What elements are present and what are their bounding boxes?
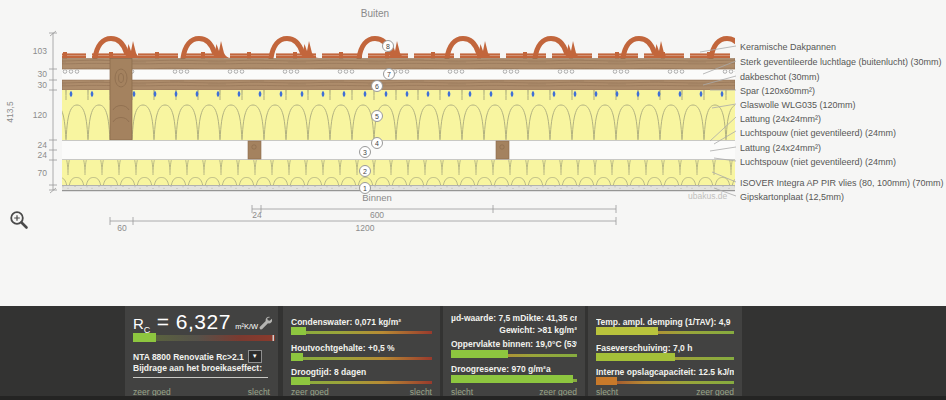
droogtijd-bar: [291, 377, 432, 385]
bottom-dim-labels: 24 600 60 1200: [117, 210, 384, 233]
condenswater-bar: [291, 327, 432, 335]
svg-text:1200: 1200: [356, 223, 375, 233]
layer-label-luchtspouw-1[interactable]: Luchtspouw (niet geventileerd) (24mm): [740, 128, 896, 138]
layer-label-dakbeschot[interactable]: dakbeschot (30mm): [740, 72, 820, 82]
svg-text:120: 120: [33, 110, 47, 120]
layer-marker-8[interactable]: 8: [383, 41, 394, 52]
spar-rafter: [110, 59, 132, 141]
svg-text:2: 2: [363, 168, 367, 175]
bottom-edge-bar: [0, 396, 946, 400]
rc-unit: m²K/W: [235, 322, 258, 331]
norm-preset-dropdown[interactable]: ▼: [248, 350, 262, 363]
layer-marker-7[interactable]: 7: [384, 69, 395, 80]
rc-scale-bar: [133, 333, 275, 342]
layer-marker-6[interactable]: 6: [372, 81, 383, 92]
opslagcapaciteit-label: Interne opslagcapaciteit: 12.5 kJ/m²K: [596, 367, 734, 377]
svg-text:24: 24: [38, 150, 48, 160]
svg-text:60: 60: [117, 223, 127, 233]
oppervlakte-label: Oppervlakte binnen: 19,0°C (53%): [451, 339, 577, 349]
opslagcapaciteit-bar: [596, 377, 734, 385]
svg-text:103: 103: [33, 46, 47, 56]
outside-label: Buiten: [361, 8, 389, 19]
svg-text:7: 7: [387, 71, 391, 78]
layer-marker-5[interactable]: 5: [372, 111, 383, 122]
layer-label-dakpannen[interactable]: Keramische Dakpannen: [740, 42, 836, 52]
droogreserve-label: Droogreserve: 970 g/m²a: [451, 364, 577, 374]
layer-label-glaswolle[interactable]: Glaswolle WLG035 (120mm): [740, 100, 856, 110]
total-height-dim: 413,5: [5, 101, 15, 123]
layer-marker-3[interactable]: 3: [360, 147, 371, 158]
bottom-dims: [110, 205, 616, 225]
svg-text:600: 600: [370, 210, 384, 220]
svg-text:30: 30: [38, 69, 48, 79]
droogreserve-bar: [451, 375, 577, 383]
zoom-in-icon[interactable]: [11, 212, 26, 227]
oppervlakte-bar: [451, 350, 577, 358]
layer-air-space: [62, 140, 735, 160]
svg-text:24: 24: [38, 140, 48, 150]
gewicht-label: Gewicht: >81 kg/m²: [451, 325, 577, 335]
wrench-icon[interactable]: [257, 315, 272, 330]
condenswater-label: Condenswater: 0,071 kg/m²: [291, 317, 432, 327]
svg-text:1: 1: [363, 185, 367, 192]
physics-column: µd-waarde: 7,5 m Dikte: 41,35 cm Gewicht…: [443, 306, 585, 396]
faseverschuiving-label: Faseverschuiving: 7,0 h: [596, 343, 734, 353]
houtvocht-bar: [291, 353, 432, 361]
layer-label-gips[interactable]: Gipskartonplaat (12,5mm): [740, 192, 844, 202]
layer-plank: [62, 59, 735, 70]
droogtijd-label: Droogtijd: 8 dagen: [291, 367, 432, 377]
tav-bar: [596, 327, 734, 335]
left-ruler: [49, 31, 57, 193]
svg-text:70: 70: [38, 168, 48, 178]
layer-label-isover[interactable]: ISOVER Integra AP PIR vlies (80, 100mm) …: [740, 178, 943, 188]
layer-label-luchtlage[interactable]: Sterk geventileerde luchtlage (buitenluc…: [740, 57, 942, 67]
layer-gips: [62, 186, 735, 191]
norm-preset-label[interactable]: NTA 8800 Renovatie Rc>2.1: [133, 352, 244, 362]
svg-text:30: 30: [38, 80, 48, 90]
rc-symbol: R: [133, 315, 144, 332]
svg-text:24: 24: [252, 210, 262, 220]
watermark: ubakus.de: [688, 191, 727, 201]
houtvocht-label: Houtvochtgehalte: +0,5 %: [291, 343, 432, 353]
svg-text:5: 5: [375, 113, 379, 120]
dikte-label: Dikte: 41,35 cm: [520, 313, 577, 323]
tav-label: Temp. ampl. demping (1/TAV): 4,9: [596, 317, 734, 327]
rc-value: RC = 6,327 m²K/W: [133, 310, 258, 335]
layer-label-spar[interactable]: Spar (120x60mm²): [740, 86, 815, 96]
svg-text:6: 6: [375, 83, 379, 90]
rc-number: = 6,327: [150, 310, 230, 333]
layer-marker-1[interactable]: 1: [360, 183, 371, 194]
svg-text:8: 8: [386, 43, 390, 50]
moisture-drops: [62, 90, 735, 99]
svg-text:4: 4: [375, 140, 379, 147]
layer-label-lattung-1[interactable]: Lattung (24x24mm²): [740, 114, 821, 124]
moisture-column: Condenswater: 0,071 kg/m² Houtvochtgehal…: [283, 306, 440, 396]
layer-stack[interactable]: [62, 39, 759, 191]
rc-scale-value: [133, 333, 156, 342]
greenhouse-label: Bijdrage aan het broeikaseffect:: [133, 363, 270, 373]
layer-marker-2[interactable]: 2: [360, 166, 371, 177]
svg-text:3: 3: [363, 149, 367, 156]
rc-column: RC = 6,327 m²K/W NTA 8800 Renovatie Rc>2…: [125, 306, 278, 396]
left-dim-labels: 103 30 30 120 24 24 70: [33, 46, 47, 178]
layer-label-lattung-2[interactable]: Lattung (24x24mm²): [740, 143, 821, 153]
construction-diagram: Buiten Binnen: [0, 0, 946, 300]
greenhouse-scale-line: [133, 377, 268, 378]
thermal-column: Temp. ampl. demping (1/TAV): 4,9 Fasever…: [588, 306, 742, 396]
isover-pattern: [62, 160, 735, 185]
faseverschuiving-bar: [596, 353, 734, 361]
results-panel: RC = 6,327 m²K/W NTA 8800 Renovatie Rc>2…: [0, 306, 946, 396]
ud-value-label: µd-waarde: 7,5 m: [451, 313, 520, 323]
layer-label-luchtspouw-2[interactable]: Luchtspouw (niet geventileerd) (24mm): [740, 157, 896, 167]
layer-dakbeschot: [62, 80, 735, 90]
layer-marker-4[interactable]: 4: [372, 138, 383, 149]
vent-circles: [62, 70, 735, 81]
